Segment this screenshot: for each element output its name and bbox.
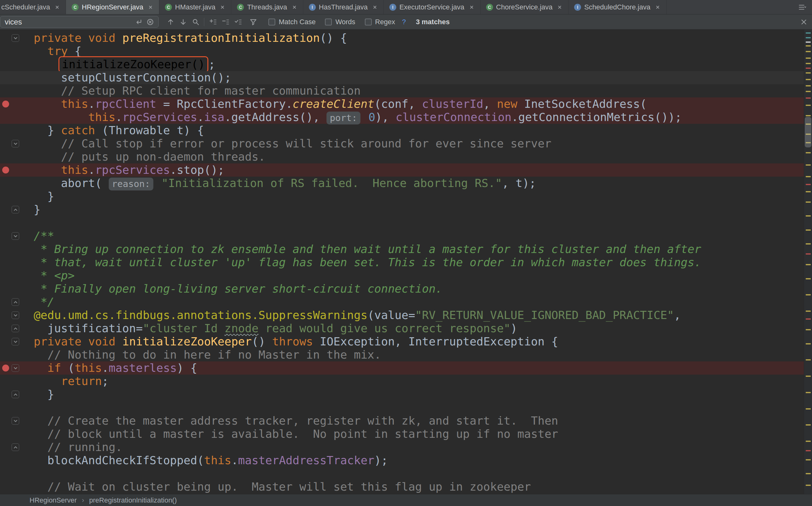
stripe-mark[interactable] <box>806 230 811 231</box>
breadcrumb-item[interactable]: HRegionServer <box>29 496 77 504</box>
tab-close-icon[interactable] <box>655 4 660 10</box>
stripe-mark[interactable] <box>806 264 811 265</box>
stripe-mark[interactable] <box>806 85 811 86</box>
code-line[interactable]: private void preRegistrationInitializati… <box>0 31 804 45</box>
stripe-mark[interactable] <box>806 253 811 255</box>
stripe-mark[interactable] <box>806 176 811 177</box>
code-line[interactable]: * that, wait until cluster 'up' flag has… <box>0 256 804 269</box>
find-option-Regex[interactable]: Regex <box>365 18 395 26</box>
stripe-mark[interactable] <box>806 152 811 153</box>
tab-HRegionServer.java[interactable]: CHRegionServer.java <box>66 0 159 14</box>
tab-close-icon[interactable] <box>54 4 60 10</box>
breadcrumb-item[interactable]: preRegistrationInitialization() <box>89 496 177 504</box>
tab-HMaster.java[interactable]: CHMaster.java <box>159 0 231 14</box>
stripe-mark[interactable] <box>806 164 811 166</box>
stripe-mark[interactable] <box>806 115 811 116</box>
arrow-down-icon[interactable] <box>178 16 189 28</box>
code-line[interactable]: // Wait on cluster being up. Master will… <box>0 480 804 493</box>
stripe-mark[interactable] <box>806 375 811 377</box>
code-line[interactable]: // Setup RPC client for master communica… <box>0 84 804 97</box>
stripe-mark[interactable] <box>806 191 811 192</box>
checkbox[interactable] <box>268 18 275 25</box>
stripe-mark[interactable] <box>806 37 811 38</box>
code-line[interactable]: } <box>0 203 804 216</box>
stripe-mark[interactable] <box>806 473 811 474</box>
code-line[interactable]: initializeZooKeeper(); <box>0 58 804 71</box>
code-line[interactable]: // Nothing to do in here if no Master in… <box>0 348 804 361</box>
tab-list-menu-icon[interactable] <box>796 2 808 13</box>
close-find-bar-icon[interactable] <box>798 16 809 28</box>
code-line[interactable]: // Call stop if error or process will st… <box>0 137 804 150</box>
code-line[interactable]: } <box>0 190 804 203</box>
stripe-mark[interactable] <box>806 45 811 47</box>
code-line[interactable]: * Finally open long-living server short-… <box>0 282 804 296</box>
stripe-mark[interactable] <box>806 459 811 460</box>
tab-close-icon[interactable] <box>220 4 225 10</box>
code-line[interactable]: this.rpcServices.stop(); <box>0 163 804 177</box>
fold-marker-icon[interactable] <box>12 417 19 425</box>
stripe-mark[interactable] <box>806 91 811 92</box>
stripe-mark[interactable] <box>806 318 811 320</box>
tab-ExecutorService.java[interactable]: IExecutorService.java <box>384 0 480 14</box>
find-all-icon[interactable] <box>190 16 201 28</box>
code-editor[interactable]: private void preRegistrationInitializati… <box>0 29 812 494</box>
newline-icon[interactable] <box>133 16 145 28</box>
remove-occurrence-icon[interactable] <box>220 16 231 28</box>
stripe-mark[interactable] <box>806 79 811 80</box>
stripe-mark[interactable] <box>806 105 811 106</box>
code-line[interactable]: * Bring up connection to zk ensemble and… <box>0 243 804 256</box>
stripe-mark[interactable] <box>806 97 811 99</box>
stripe-mark[interactable] <box>806 343 811 344</box>
error-stripe-scrollbar[interactable] <box>804 29 812 494</box>
tab-close-icon[interactable] <box>469 4 474 10</box>
checkbox[interactable] <box>325 18 332 25</box>
add-occurrence-icon[interactable] <box>207 16 219 28</box>
stripe-mark[interactable] <box>806 63 811 64</box>
fold-marker-icon[interactable] <box>12 391 19 398</box>
tab-close-icon[interactable] <box>292 4 297 10</box>
code-line[interactable] <box>0 467 804 480</box>
regex-help-link[interactable]: ? <box>402 18 406 26</box>
code-line[interactable]: } catch (Throwable t) { <box>0 124 804 137</box>
code-line[interactable]: setupClusterConnection(); <box>0 71 804 84</box>
stripe-mark[interactable] <box>806 201 811 203</box>
stripe-mark[interactable] <box>806 278 811 279</box>
checkbox[interactable] <box>365 18 372 25</box>
stripe-mark[interactable] <box>806 441 811 442</box>
fold-marker-icon[interactable] <box>12 232 19 240</box>
scrollbar-thumb[interactable] <box>805 117 811 148</box>
code-line[interactable]: @edu.umd.cs.findbugs.annotations.Suppres… <box>0 309 804 322</box>
stripe-mark[interactable] <box>806 329 811 330</box>
fold-marker-icon[interactable] <box>12 325 19 332</box>
tab-ChoreService.java[interactable]: CChoreService.java <box>480 0 569 14</box>
tab-close-icon[interactable] <box>557 4 562 10</box>
tab-HasThread.java[interactable]: IHasThread.java <box>303 0 384 14</box>
code-line[interactable]: */ <box>0 296 804 309</box>
stripe-mark[interactable] <box>806 311 811 312</box>
stripe-mark[interactable] <box>806 41 811 43</box>
code-line[interactable] <box>0 401 804 414</box>
code-line[interactable]: this.rpcServices.isa.getAddress(), port:… <box>0 111 804 124</box>
code-line[interactable]: } <box>0 388 804 401</box>
fold-marker-icon[interactable] <box>12 338 19 345</box>
stripe-mark[interactable] <box>806 68 811 69</box>
stripe-mark[interactable] <box>806 294 811 296</box>
stripe-mark[interactable] <box>806 58 811 59</box>
fold-marker-icon[interactable] <box>12 206 19 214</box>
stripe-mark[interactable] <box>806 408 811 410</box>
stripe-mark[interactable] <box>806 359 811 360</box>
code-line[interactable]: // block until a master is available. No… <box>0 427 804 441</box>
code-line[interactable]: // running. <box>0 441 804 454</box>
code-line[interactable]: return; <box>0 374 804 388</box>
code-line[interactable]: private void initializeZooKeeper() throw… <box>0 335 804 348</box>
code-line[interactable]: try { <box>0 45 804 58</box>
clear-icon[interactable] <box>145 16 156 28</box>
tab-close-icon[interactable] <box>148 4 153 10</box>
breakpoint-dot[interactable] <box>2 101 9 107</box>
breakpoint-dot[interactable] <box>2 364 9 371</box>
code-line[interactable]: * <p> <box>0 269 804 282</box>
stripe-mark[interactable] <box>806 392 811 393</box>
select-all-occurrences-icon[interactable] <box>233 16 244 28</box>
arrow-up-icon[interactable] <box>165 16 176 28</box>
fold-marker-icon[interactable] <box>12 140 19 147</box>
